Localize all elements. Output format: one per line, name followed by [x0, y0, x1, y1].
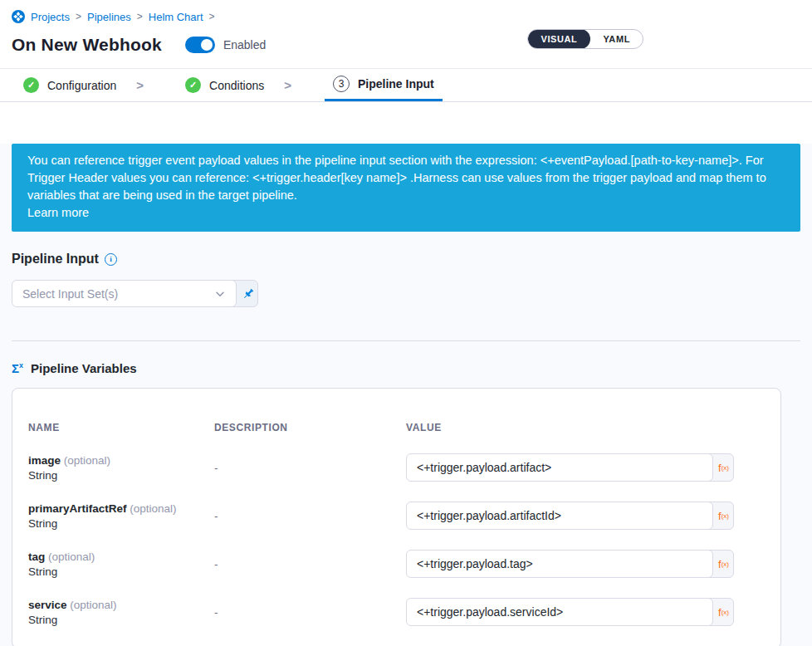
- page-header: Projects > Pipelines > Helm Chart > On N…: [0, 0, 812, 55]
- variable-value-group: f(x): [406, 598, 765, 626]
- enabled-toggle[interactable]: [185, 37, 215, 53]
- section-divider: [12, 340, 800, 341]
- pipeline-variables-heading: Pipeline Variables: [31, 361, 137, 375]
- enabled-label: Enabled: [223, 38, 266, 51]
- tab-configuration[interactable]: ✓ Configuration: [15, 69, 125, 101]
- chevron-right-icon: >: [136, 69, 144, 101]
- variable-value-input[interactable]: [406, 598, 713, 626]
- learn-more-link[interactable]: Learn more: [27, 204, 785, 222]
- breadcrumb-separator: >: [137, 11, 143, 22]
- variable-description: -: [214, 510, 406, 522]
- variable-value-group: f(x): [406, 502, 765, 530]
- variable-value-input[interactable]: [406, 550, 713, 578]
- variable-name-cell: tag (optional) String: [28, 550, 214, 578]
- variable-name-cell: image (optional) String: [28, 453, 214, 482]
- check-icon: ✓: [23, 77, 39, 93]
- variable-optional: (optional): [70, 599, 116, 611]
- variable-name-cell: service (optional) String: [28, 598, 214, 626]
- variable-description: -: [214, 558, 406, 570]
- pipeline-variables-card: NAME DESCRIPTION VALUE image (optional) …: [12, 388, 781, 646]
- variable-value-input[interactable]: [406, 453, 713, 482]
- tab-conditions-label: Conditions: [209, 79, 264, 92]
- check-icon: ✓: [185, 77, 201, 93]
- step-number-badge: 3: [333, 76, 350, 92]
- table-row: service (optional) String - f(x): [28, 598, 765, 626]
- pipeline-input-heading: Pipeline Input: [12, 252, 99, 267]
- title-row: On New Webhook Enabled: [12, 35, 800, 55]
- input-set-select[interactable]: Select Input Set(s): [12, 280, 237, 307]
- chevron-right-icon: >: [284, 69, 291, 101]
- variable-optional: (optional): [130, 502, 176, 515]
- table-row: image (optional) String - f(x): [28, 453, 765, 482]
- sigma-variables-icon: Σx: [12, 361, 23, 375]
- variable-name: service: [28, 599, 67, 611]
- chevron-down-icon: [214, 288, 226, 300]
- pin-icon: [242, 287, 255, 301]
- pipeline-input-heading-row: Pipeline Input i: [12, 252, 800, 267]
- tab-pipeline-input-label: Pipeline Input: [358, 77, 434, 91]
- variable-type: String: [28, 614, 214, 626]
- visual-toggle-button[interactable]: VISUAL: [528, 29, 591, 49]
- column-header-description: DESCRIPTION: [214, 422, 406, 433]
- breadcrumb-link-projects[interactable]: Projects: [31, 11, 70, 23]
- variable-type: String: [28, 565, 214, 578]
- variable-optional: (optional): [48, 551, 95, 563]
- tab-conditions[interactable]: ✓ Conditions: [177, 69, 272, 101]
- variable-name: image: [28, 454, 61, 467]
- breadcrumb-link-helm-chart[interactable]: Helm Chart: [149, 11, 203, 23]
- info-banner: You can reference trigger event payload …: [12, 144, 800, 232]
- breadcrumb-separator: >: [76, 11, 81, 22]
- variable-value-group: f(x): [406, 550, 765, 578]
- table-row: tag (optional) String - f(x): [28, 550, 765, 578]
- page-title: On New Webhook: [12, 35, 162, 55]
- tab-configuration-label: Configuration: [47, 79, 116, 92]
- variable-name: tag: [28, 551, 45, 563]
- info-icon[interactable]: i: [105, 253, 117, 266]
- wizard-tabbar: ✓ Configuration > ✓ Conditions > 3 Pipel…: [0, 68, 812, 102]
- variable-name: primaryArtifactRef: [28, 502, 127, 515]
- variable-value-group: f(x): [406, 453, 765, 482]
- breadcrumb-link-pipelines[interactable]: Pipelines: [87, 11, 131, 23]
- yaml-toggle-button[interactable]: YAML: [590, 29, 643, 49]
- info-banner-text: You can reference trigger event payload …: [27, 154, 766, 202]
- column-header-name: NAME: [28, 422, 214, 433]
- projects-icon: [12, 10, 25, 23]
- content-area: You can reference trigger event payload …: [0, 144, 812, 646]
- enabled-toggle-group: Enabled: [185, 37, 266, 53]
- pipeline-variables-heading-row: Σx Pipeline Variables: [12, 361, 800, 375]
- variable-value-input[interactable]: [406, 502, 713, 530]
- input-set-placeholder: Select Input Set(s): [22, 287, 118, 301]
- toggle-knob: [201, 39, 213, 51]
- variable-description: -: [214, 462, 406, 474]
- tab-pipeline-input[interactable]: 3 Pipeline Input: [325, 69, 443, 101]
- variable-optional: (optional): [64, 454, 110, 467]
- variable-description: -: [214, 606, 406, 619]
- variable-type: String: [28, 517, 214, 530]
- column-header-value: VALUE: [406, 422, 765, 433]
- breadcrumb-separator: >: [209, 11, 215, 22]
- input-set-select-row: Select Input Set(s): [12, 280, 800, 307]
- table-row: primaryArtifactRef (optional) String - f…: [28, 502, 765, 530]
- variable-type: String: [28, 469, 214, 482]
- variable-name-cell: primaryArtifactRef (optional) String: [28, 502, 214, 530]
- variables-table-header: NAME DESCRIPTION VALUE: [28, 422, 765, 433]
- breadcrumb: Projects > Pipelines > Helm Chart >: [12, 10, 800, 23]
- visual-yaml-toggle: VISUAL YAML: [527, 29, 644, 49]
